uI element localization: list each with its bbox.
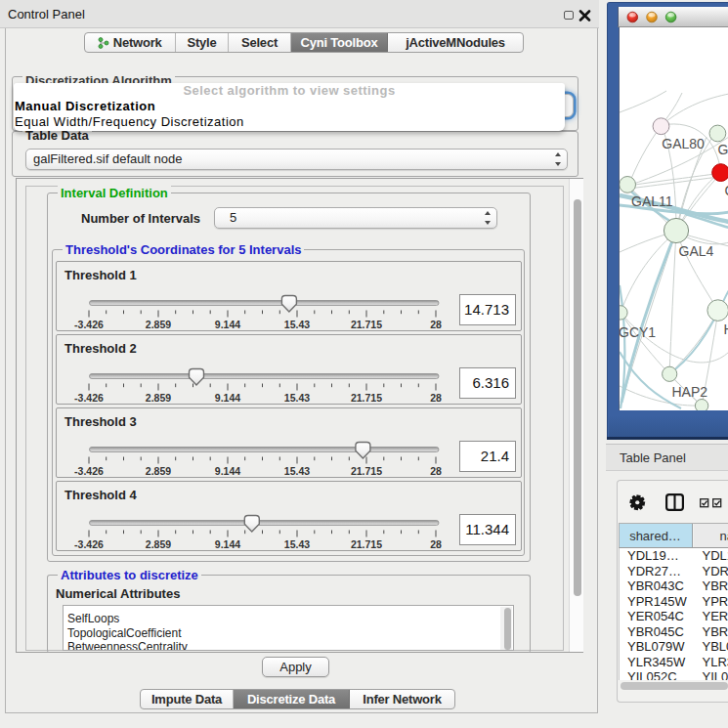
svg-text:21.715: 21.715 — [351, 464, 382, 476]
svg-text:9.144: 9.144 — [215, 464, 240, 476]
svg-text:28: 28 — [430, 391, 442, 403]
svg-text:15.43: 15.43 — [284, 537, 310, 549]
svg-text:GCY1: GCY1 — [620, 324, 656, 340]
svg-text:C: C — [724, 183, 728, 198]
svg-text:2.859: 2.859 — [146, 318, 171, 329]
svg-text:GAL11: GAL11 — [631, 193, 673, 209]
svg-text:GAL4: GAL4 — [679, 243, 714, 259]
svg-text:9.144: 9.144 — [215, 537, 240, 549]
svg-text:28: 28 — [430, 537, 442, 549]
svg-text:-3.426: -3.426 — [74, 537, 104, 549]
svg-text:21.715: 21.715 — [351, 318, 382, 329]
svg-text:9.144: 9.144 — [215, 391, 240, 403]
svg-text:HAP2: HAP2 — [672, 384, 708, 400]
svg-text:15.43: 15.43 — [284, 464, 310, 476]
svg-text:GA: GA — [718, 142, 728, 157]
svg-text:21.715: 21.715 — [351, 537, 382, 549]
svg-text:-3.426: -3.426 — [74, 318, 104, 329]
svg-text:HA: HA — [724, 321, 728, 337]
svg-text:28: 28 — [430, 464, 442, 476]
svg-text:21.715: 21.715 — [351, 391, 382, 403]
svg-text:15.43: 15.43 — [284, 391, 310, 403]
svg-text:-3.426: -3.426 — [74, 464, 104, 476]
svg-text:15.43: 15.43 — [284, 318, 310, 329]
svg-text:2.859: 2.859 — [146, 537, 171, 549]
svg-text:2.859: 2.859 — [146, 391, 171, 403]
svg-text:28: 28 — [430, 318, 442, 329]
svg-text:GAL80: GAL80 — [662, 136, 705, 151]
svg-text:-3.426: -3.426 — [74, 391, 104, 403]
svg-text:9.144: 9.144 — [215, 318, 240, 329]
svg-text:2.859: 2.859 — [146, 464, 171, 476]
